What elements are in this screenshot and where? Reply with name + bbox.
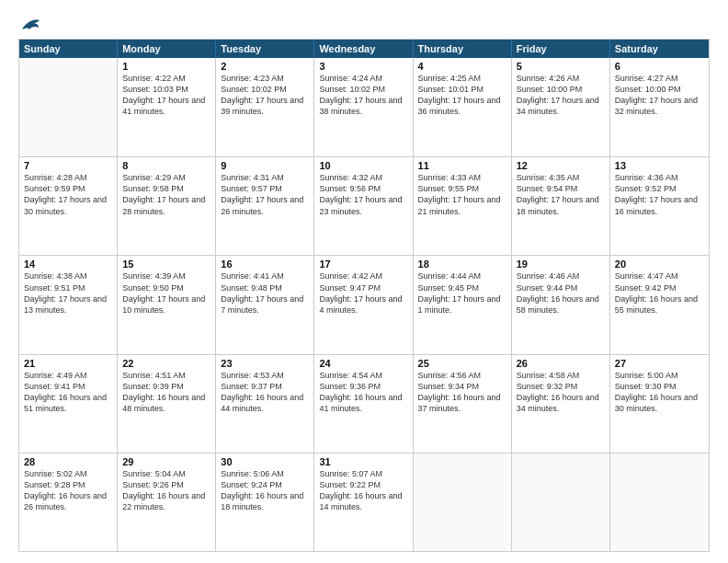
week-row-2: 7Sunrise: 4:28 AMSunset: 9:59 PMDaylight…	[19, 156, 709, 255]
page: SundayMondayTuesdayWednesdayThursdayFrid…	[0, 0, 728, 563]
day-cell-31: 31Sunrise: 5:07 AMSunset: 9:22 PMDayligh…	[314, 454, 413, 551]
day-cell-9: 9Sunrise: 4:31 AMSunset: 9:57 PMDaylight…	[216, 157, 314, 255]
day-cell-19: 19Sunrise: 4:46 AMSunset: 9:44 PMDayligh…	[512, 256, 610, 353]
day-number: 11	[418, 160, 506, 171]
day-number: 13	[615, 160, 704, 171]
day-cell-17: 17Sunrise: 4:42 AMSunset: 9:47 PMDayligh…	[314, 256, 413, 353]
day-cell-7: 7Sunrise: 4:28 AMSunset: 9:59 PMDaylight…	[19, 157, 118, 255]
week-row-3: 14Sunrise: 4:38 AMSunset: 9:51 PMDayligh…	[19, 255, 709, 353]
day-number: 3	[319, 61, 407, 72]
day-info: Sunrise: 4:32 AMSunset: 9:56 PMDaylight:…	[319, 172, 407, 217]
day-info: Sunrise: 4:25 AMSunset: 10:01 PMDaylight…	[418, 73, 506, 118]
day-info: Sunrise: 5:06 AMSunset: 9:24 PMDaylight:…	[221, 468, 309, 513]
day-info: Sunrise: 4:22 AMSunset: 10:03 PMDaylight…	[122, 73, 210, 118]
day-number: 2	[221, 61, 309, 72]
day-number: 12	[517, 160, 605, 171]
day-cell-8: 8Sunrise: 4:29 AMSunset: 9:58 PMDaylight…	[118, 157, 216, 255]
day-info: Sunrise: 4:31 AMSunset: 9:57 PMDaylight:…	[221, 172, 309, 217]
empty-cell	[610, 454, 709, 551]
day-info: Sunrise: 4:54 AMSunset: 9:36 PMDaylight:…	[319, 370, 407, 415]
week-row-5: 28Sunrise: 5:02 AMSunset: 9:28 PMDayligh…	[19, 453, 709, 551]
day-info: Sunrise: 4:47 AMSunset: 9:42 PMDaylight:…	[615, 270, 704, 316]
day-number: 25	[418, 358, 506, 369]
header-day-sunday: Sunday	[19, 40, 118, 58]
day-info: Sunrise: 4:33 AMSunset: 9:55 PMDaylight:…	[418, 172, 506, 217]
day-info: Sunrise: 4:51 AMSunset: 9:39 PMDaylight:…	[122, 370, 210, 415]
day-cell-27: 27Sunrise: 5:00 AMSunset: 9:30 PMDayligh…	[610, 355, 709, 453]
day-info: Sunrise: 4:28 AMSunset: 9:59 PMDaylight:…	[24, 172, 112, 217]
day-info: Sunrise: 4:56 AMSunset: 9:34 PMDaylight:…	[418, 370, 506, 415]
day-cell-14: 14Sunrise: 4:38 AMSunset: 9:51 PMDayligh…	[19, 256, 118, 353]
day-info: Sunrise: 4:38 AMSunset: 9:51 PMDaylight:…	[24, 270, 112, 316]
logo	[18, 17, 40, 33]
day-info: Sunrise: 5:02 AMSunset: 9:28 PMDaylight:…	[24, 468, 112, 513]
empty-cell	[414, 454, 512, 551]
day-cell-16: 16Sunrise: 4:41 AMSunset: 9:48 PMDayligh…	[216, 256, 314, 353]
day-info: Sunrise: 4:29 AMSunset: 9:58 PMDaylight:…	[122, 172, 210, 217]
day-cell-3: 3Sunrise: 4:24 AMSunset: 10:02 PMDayligh…	[314, 58, 413, 156]
day-number: 15	[122, 259, 210, 270]
day-number: 4	[418, 61, 506, 72]
day-number: 26	[517, 358, 605, 369]
day-number: 20	[615, 259, 704, 270]
day-info: Sunrise: 4:35 AMSunset: 9:54 PMDaylight:…	[517, 172, 605, 217]
day-info: Sunrise: 4:42 AMSunset: 9:47 PMDaylight:…	[319, 270, 407, 316]
day-cell-6: 6Sunrise: 4:27 AMSunset: 10:00 PMDayligh…	[610, 58, 709, 156]
day-cell-30: 30Sunrise: 5:06 AMSunset: 9:24 PMDayligh…	[216, 454, 314, 551]
day-number: 23	[221, 358, 309, 369]
day-cell-13: 13Sunrise: 4:36 AMSunset: 9:52 PMDayligh…	[610, 157, 709, 255]
day-cell-2: 2Sunrise: 4:23 AMSunset: 10:02 PMDayligh…	[216, 58, 314, 156]
header-day-monday: Monday	[118, 40, 216, 58]
day-info: Sunrise: 4:41 AMSunset: 9:48 PMDaylight:…	[221, 270, 309, 316]
day-cell-1: 1Sunrise: 4:22 AMSunset: 10:03 PMDayligh…	[118, 58, 216, 156]
calendar: SundayMondayTuesdayWednesdayThursdayFrid…	[18, 39, 710, 552]
header	[18, 17, 710, 33]
day-cell-24: 24Sunrise: 4:54 AMSunset: 9:36 PMDayligh…	[314, 355, 413, 453]
day-number: 29	[122, 456, 210, 467]
day-info: Sunrise: 4:23 AMSunset: 10:02 PMDaylight…	[221, 73, 309, 118]
day-info: Sunrise: 4:24 AMSunset: 10:02 PMDaylight…	[319, 73, 407, 118]
header-day-friday: Friday	[512, 40, 610, 58]
day-info: Sunrise: 4:53 AMSunset: 9:37 PMDaylight:…	[221, 370, 309, 415]
day-number: 6	[615, 61, 704, 72]
day-number: 1	[122, 61, 210, 72]
header-day-tuesday: Tuesday	[216, 40, 314, 58]
calendar-header: SundayMondayTuesdayWednesdayThursdayFrid…	[19, 40, 709, 58]
day-cell-22: 22Sunrise: 4:51 AMSunset: 9:39 PMDayligh…	[118, 355, 216, 453]
logo-bird-icon	[20, 17, 40, 33]
day-number: 28	[24, 456, 112, 467]
day-number: 30	[221, 456, 309, 467]
day-cell-5: 5Sunrise: 4:26 AMSunset: 10:00 PMDayligh…	[512, 58, 610, 156]
day-cell-25: 25Sunrise: 4:56 AMSunset: 9:34 PMDayligh…	[414, 355, 512, 453]
day-info: Sunrise: 5:00 AMSunset: 9:30 PMDaylight:…	[615, 370, 704, 415]
day-number: 5	[517, 61, 605, 72]
day-cell-21: 21Sunrise: 4:49 AMSunset: 9:41 PMDayligh…	[19, 355, 118, 453]
day-info: Sunrise: 4:27 AMSunset: 10:00 PMDaylight…	[615, 73, 704, 118]
day-number: 14	[24, 259, 112, 270]
day-number: 10	[319, 160, 407, 171]
day-cell-10: 10Sunrise: 4:32 AMSunset: 9:56 PMDayligh…	[314, 157, 413, 255]
day-cell-12: 12Sunrise: 4:35 AMSunset: 9:54 PMDayligh…	[512, 157, 610, 255]
day-cell-23: 23Sunrise: 4:53 AMSunset: 9:37 PMDayligh…	[216, 355, 314, 453]
day-number: 24	[319, 358, 407, 369]
day-info: Sunrise: 4:58 AMSunset: 9:32 PMDaylight:…	[517, 370, 605, 415]
day-info: Sunrise: 4:26 AMSunset: 10:00 PMDaylight…	[517, 73, 605, 118]
empty-cell	[19, 58, 118, 156]
day-info: Sunrise: 4:49 AMSunset: 9:41 PMDaylight:…	[24, 370, 112, 415]
day-number: 17	[319, 259, 407, 270]
header-day-saturday: Saturday	[610, 40, 709, 58]
day-cell-18: 18Sunrise: 4:44 AMSunset: 9:45 PMDayligh…	[414, 256, 512, 353]
day-cell-4: 4Sunrise: 4:25 AMSunset: 10:01 PMDayligh…	[414, 58, 512, 156]
header-day-wednesday: Wednesday	[314, 40, 413, 58]
day-number: 18	[418, 259, 506, 270]
empty-cell	[512, 454, 610, 551]
day-cell-28: 28Sunrise: 5:02 AMSunset: 9:28 PMDayligh…	[19, 454, 118, 551]
day-info: Sunrise: 5:04 AMSunset: 9:26 PMDaylight:…	[122, 468, 210, 513]
day-info: Sunrise: 5:07 AMSunset: 9:22 PMDaylight:…	[319, 468, 407, 513]
day-cell-26: 26Sunrise: 4:58 AMSunset: 9:32 PMDayligh…	[512, 355, 610, 453]
week-row-4: 21Sunrise: 4:49 AMSunset: 9:41 PMDayligh…	[19, 354, 709, 453]
day-info: Sunrise: 4:46 AMSunset: 9:44 PMDaylight:…	[517, 270, 605, 316]
day-cell-29: 29Sunrise: 5:04 AMSunset: 9:26 PMDayligh…	[118, 454, 216, 551]
day-info: Sunrise: 4:44 AMSunset: 9:45 PMDaylight:…	[418, 270, 506, 316]
day-number: 27	[615, 358, 704, 369]
